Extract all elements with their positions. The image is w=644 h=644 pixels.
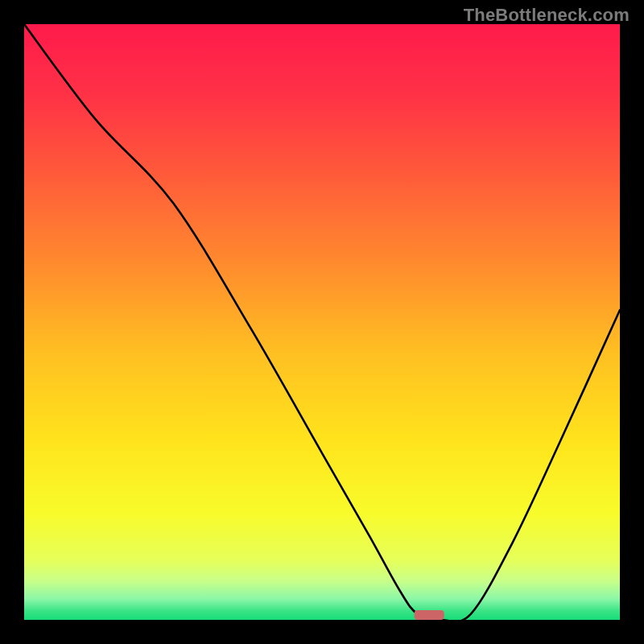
- gradient-background: [24, 24, 620, 620]
- optimum-marker: [415, 610, 444, 620]
- chart-frame: TheBottleneck.com: [0, 0, 644, 644]
- watermark-text: TheBottleneck.com: [464, 5, 630, 26]
- bottleneck-chart: [24, 24, 620, 620]
- plot-area: [24, 24, 620, 620]
